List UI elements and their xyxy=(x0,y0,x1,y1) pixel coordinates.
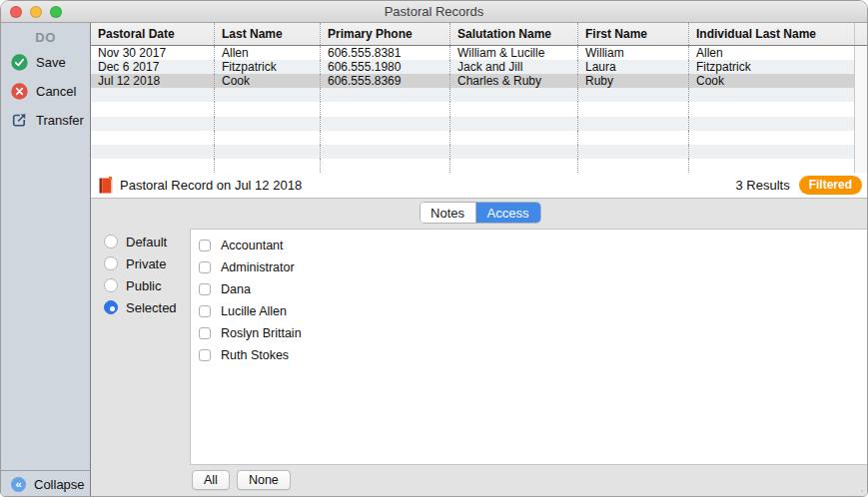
radio-public[interactable]: Public xyxy=(104,274,177,296)
access-radio-group: Default Private Public Selected xyxy=(104,231,177,318)
none-button[interactable]: None xyxy=(237,470,291,490)
checkbox-label: Lucille Allen xyxy=(221,304,287,318)
double-chevron-left-icon: « xyxy=(11,477,26,492)
checkbox-icon xyxy=(199,327,211,339)
resize-grip[interactable] xyxy=(860,489,866,495)
radio-icon xyxy=(104,300,118,314)
table-cell: Ruby xyxy=(578,74,689,88)
table-row-selected[interactable]: Jul 12 2018 Cook 606.555.8369 Charles & … xyxy=(91,74,868,88)
access-panel: Notes Access Default Private Public xyxy=(91,199,868,497)
collapse-button[interactable]: « Collapse xyxy=(1,470,90,497)
record-title: Pastoral Record on Jul 12 2018 xyxy=(120,178,735,193)
checkbox-item-ruth-stokes[interactable]: Ruth Stokes xyxy=(191,344,868,366)
table-cell: Dec 6 2017 xyxy=(91,60,215,74)
column-header-individual-last-name[interactable]: Individual Last Name xyxy=(689,23,855,45)
checkbox-label: Administrator xyxy=(221,260,295,274)
table-body: Nov 30 2017 Allen 606.555.8381 William &… xyxy=(91,46,868,173)
table-cell: Cook xyxy=(689,74,855,88)
table-cell-gutter xyxy=(855,46,868,60)
checkbox-item-dana[interactable]: Dana xyxy=(191,278,868,300)
check-circle-icon xyxy=(11,54,28,71)
table-cell: Fitzpatrick xyxy=(689,60,855,74)
table-cell: Jul 12 2018 xyxy=(91,74,215,88)
results-count: 3 Results xyxy=(735,178,789,193)
table-cell: Allen xyxy=(689,46,855,60)
table-cell: Allen xyxy=(215,46,321,60)
transfer-button[interactable]: Transfer xyxy=(1,108,90,132)
checkbox-icon xyxy=(199,261,211,273)
checkbox-label: Roslyn Brittain xyxy=(221,326,302,340)
red-notebook-icon xyxy=(99,177,114,194)
list-actions: All None xyxy=(192,470,291,490)
column-header-salutation-name[interactable]: Salutation Name xyxy=(450,23,578,45)
radio-label: Public xyxy=(126,278,161,293)
app-window: Pastoral Records DO Save Cancel xyxy=(0,0,868,497)
minimize-button[interactable] xyxy=(30,6,42,18)
table-row[interactable]: Nov 30 2017 Allen 606.555.8381 William &… xyxy=(91,46,868,60)
radio-selected[interactable]: Selected xyxy=(104,296,177,318)
radio-label: Default xyxy=(126,235,167,249)
table-row-empty xyxy=(91,159,868,173)
title-bar: Pastoral Records xyxy=(1,1,867,23)
main-area: Pastoral Date Last Name Primary Phone Sa… xyxy=(91,23,868,497)
record-header-band: Pastoral Record on Jul 12 2018 3 Results… xyxy=(91,173,868,199)
column-header-last-name[interactable]: Last Name xyxy=(215,23,321,45)
checkbox-label: Ruth Stokes xyxy=(221,348,289,362)
table-cell: Laura xyxy=(578,60,689,74)
checkbox-label: Accountant xyxy=(221,239,284,252)
checkbox-item-accountant[interactable]: Accountant xyxy=(191,235,868,256)
all-button[interactable]: All xyxy=(192,470,230,490)
table-row-empty xyxy=(91,131,868,145)
checkbox-item-lucille-allen[interactable]: Lucille Allen xyxy=(191,300,868,322)
sidebar-section-label: DO xyxy=(1,23,90,45)
radio-icon xyxy=(104,256,118,270)
table-row-empty xyxy=(91,117,868,131)
radio-private[interactable]: Private xyxy=(104,252,177,274)
table-cell: Jack and Jill xyxy=(450,60,578,74)
table-cell: William & Lucille xyxy=(450,46,578,60)
checkbox-icon xyxy=(199,283,211,295)
radio-label: Private xyxy=(126,256,166,271)
table-header-row: Pastoral Date Last Name Primary Phone Sa… xyxy=(91,23,868,46)
table-cell: 606.555.8369 xyxy=(321,74,450,88)
sidebar: DO Save Cancel xyxy=(1,23,91,497)
radio-default[interactable]: Default xyxy=(104,231,177,252)
column-header-first-name[interactable]: First Name xyxy=(578,23,689,45)
checkbox-icon xyxy=(199,349,211,361)
table-cell: Fitzpatrick xyxy=(215,60,321,74)
table-row-empty xyxy=(91,102,868,116)
checkbox-icon xyxy=(199,305,211,317)
checkbox-label: Dana xyxy=(221,282,251,296)
traffic-lights xyxy=(10,6,62,18)
column-header-pastoral-date[interactable]: Pastoral Date xyxy=(91,23,215,45)
table-row[interactable]: Dec 6 2017 Fitzpatrick 606.555.1980 Jack… xyxy=(91,60,868,74)
x-circle-icon xyxy=(11,83,28,100)
save-label: Save xyxy=(36,55,66,70)
save-button[interactable]: Save xyxy=(1,50,90,74)
table-cell: Cook xyxy=(215,74,321,88)
filtered-badge[interactable]: Filtered xyxy=(799,176,862,195)
column-header-gutter xyxy=(855,23,868,45)
table-cell-gutter xyxy=(855,74,868,88)
table-row-empty xyxy=(91,88,868,102)
radio-label: Selected xyxy=(126,300,177,315)
tab-notes[interactable]: Notes xyxy=(421,203,475,223)
table-cell: 606.555.8381 xyxy=(321,46,450,60)
access-user-list: Accountant Administrator Dana Lucille Al… xyxy=(190,229,868,465)
close-button[interactable] xyxy=(10,6,22,18)
tab-bar: Notes Access xyxy=(420,202,541,224)
table-cell-gutter xyxy=(855,60,868,74)
table-row-empty xyxy=(91,145,868,159)
window-title: Pastoral Records xyxy=(385,4,484,19)
collapse-label: Collapse xyxy=(34,477,85,492)
tab-access[interactable]: Access xyxy=(475,203,540,223)
cancel-button[interactable]: Cancel xyxy=(1,79,90,103)
checkbox-icon xyxy=(199,240,211,251)
checkbox-item-administrator[interactable]: Administrator xyxy=(191,256,868,278)
table-cell: Nov 30 2017 xyxy=(91,46,215,60)
checkbox-item-roslyn-brittain[interactable]: Roslyn Brittain xyxy=(191,322,868,344)
column-header-primary-phone[interactable]: Primary Phone xyxy=(321,23,450,45)
table-cell: 606.555.1980 xyxy=(321,60,450,74)
records-table: Pastoral Date Last Name Primary Phone Sa… xyxy=(91,23,868,173)
zoom-button[interactable] xyxy=(50,6,62,18)
